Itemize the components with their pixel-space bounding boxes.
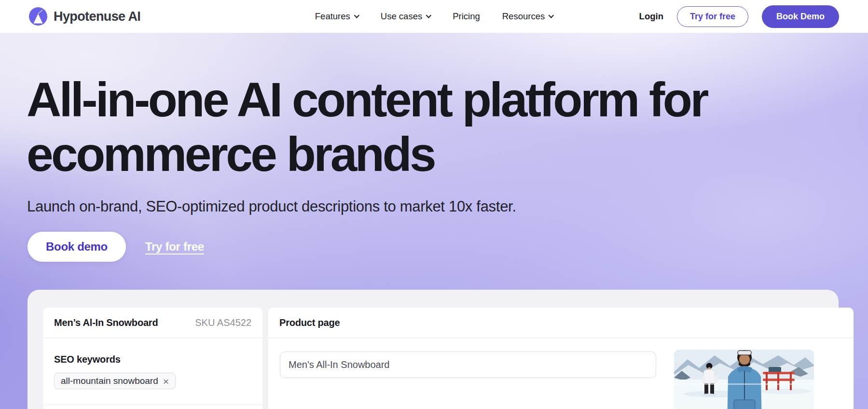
nav-item-use-cases[interactable]: Use cases — [381, 11, 430, 22]
nav-item-label: Pricing — [453, 11, 480, 22]
hero-section: All-in-one AI content platform for ecomm… — [0, 33, 868, 409]
hero-cta-group: Book demo Try for free — [28, 232, 204, 262]
login-link[interactable]: Login — [639, 11, 663, 22]
hero-book-demo-button[interactable]: Book demo — [28, 232, 126, 262]
editor-panel-title: Product page — [279, 317, 340, 328]
product-panel-body: SEO keywords all-mountain snowboard × — [43, 338, 262, 389]
product-sku: SKU AS4522 — [195, 317, 251, 328]
landing-page: Hypotenuse AI Features Use cases Pricing… — [0, 0, 868, 409]
chevron-down-icon — [426, 13, 431, 18]
try-for-free-button[interactable]: Try for free — [677, 6, 748, 27]
chevron-down-icon — [354, 13, 359, 18]
book-demo-button[interactable]: Book Demo — [762, 5, 839, 28]
hero-heading-line1: All-in-one AI content platform for — [27, 72, 707, 127]
product-panel-header: Men’s Al-In Snowboard SKU AS4522 — [43, 308, 262, 338]
seo-keywords-label: SEO keywords — [54, 354, 251, 365]
nav-item-label: Resources — [502, 11, 545, 22]
header-actions: Login Try for free Book Demo — [639, 5, 839, 28]
keyword-tag-label: all-mountain snowboard — [61, 376, 158, 386]
keyword-tag[interactable]: all-mountain snowboard × — [54, 373, 176, 389]
product-name: Men’s Al-In Snowboard — [54, 317, 158, 328]
nav-item-features[interactable]: Features — [315, 11, 358, 22]
brand-name: Hypotenuse AI — [54, 9, 140, 24]
product-info-panel: Men’s Al-In Snowboard SKU AS4522 SEO key… — [43, 308, 262, 409]
hero-try-for-free-link[interactable]: Try for free — [145, 240, 204, 254]
hero-subtitle: Launch on-brand, SEO-optimized product d… — [27, 198, 516, 215]
title-input[interactable] — [280, 352, 656, 378]
divider — [43, 405, 262, 405]
lifestyle-photo — [674, 350, 814, 409]
nav-item-label: Features — [315, 11, 350, 22]
main-nav: Features Use cases Pricing Resources — [315, 11, 553, 22]
top-navigation-bar: Hypotenuse AI Features Use cases Pricing… — [0, 0, 868, 33]
chevron-down-icon — [549, 13, 554, 18]
product-page-editor-panel: Product page Title Lifestyle — [268, 308, 854, 409]
nav-item-label: Use cases — [381, 11, 422, 22]
hero-heading: All-in-one AI content platform for ecomm… — [27, 72, 707, 182]
remove-keyword-icon[interactable]: × — [163, 376, 169, 386]
brand-home-link[interactable]: Hypotenuse AI — [29, 7, 140, 26]
hypotenuse-logo-icon — [29, 7, 47, 26]
editor-panel-header: Product page — [268, 308, 854, 338]
hero-heading-line2: ecommerce brands — [27, 127, 707, 182]
nav-item-resources[interactable]: Resources — [502, 11, 553, 22]
nav-item-pricing[interactable]: Pricing — [453, 11, 480, 22]
product-demo-card: Men’s Al-In Snowboard SKU AS4522 SEO key… — [28, 290, 839, 409]
